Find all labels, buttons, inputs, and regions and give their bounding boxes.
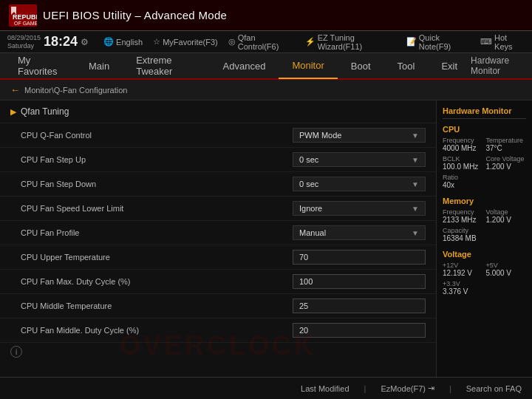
- header: REPUBLIC OF GAMERS UEFI BIOS Utility – A…: [0, 0, 532, 31]
- cpu-upper-temp-label: CPU Upper Temperature: [21, 253, 293, 262]
- cpu-middle-temp-input[interactable]: 25: [293, 299, 426, 313]
- cpu-fan-step-up-dropdown[interactable]: 0 sec ▼: [293, 152, 426, 167]
- datetime-area: 08/29/2015 Saturday 18:24 ⚙: [7, 34, 89, 50]
- topbar-actions: 🌐 English ☆ MyFavorite(F3) ◎ Qfan Contro…: [103, 33, 525, 51]
- tab-main[interactable]: Main: [75, 52, 123, 79]
- hw-memory-title: Memory: [443, 197, 526, 205]
- cpu-fan-max-duty-label: CPU Fan Max. Duty Cycle (%): [21, 277, 293, 286]
- chevron-down-icon: ▼: [412, 132, 419, 140]
- hw-12v-value: 12.192 V: [443, 269, 483, 277]
- cpu-fan-middle-duty-label: CPU Fan Middle. Duty Cycle (%): [21, 326, 293, 335]
- logo-area: REPUBLIC OF GAMERS UEFI BIOS Utility – A…: [9, 4, 227, 27]
- cpu-fan-profile-label: CPU Fan Profile: [21, 228, 293, 237]
- cpu-fan-step-down-dropdown[interactable]: 0 sec ▼: [293, 177, 426, 191]
- list-item: CPU Fan Max. Duty Cycle (%) 100: [0, 270, 436, 294]
- list-item: CPU Fan Middle. Duty Cycle (%) 20: [0, 318, 436, 343]
- cpu-fan-speed-lower-limit-dropdown[interactable]: Ignore ▼: [293, 201, 426, 216]
- hardware-monitor-header: Hardware Monitor: [471, 55, 528, 76]
- date-display: 08/29/2015 Saturday: [7, 34, 41, 50]
- hw-voltage-title: Voltage: [443, 250, 526, 259]
- section-expand-icon: ▶: [10, 107, 16, 117]
- tab-tool[interactable]: Tool: [384, 52, 429, 79]
- hw-cpu-corevolt-label: Core Voltage: [486, 155, 527, 163]
- bios-title: UEFI BIOS Utility – Advanced Mode: [43, 9, 227, 21]
- hw-mem-capacity-label: Capacity: [443, 227, 526, 234]
- hardware-monitor-panel: Hardware Monitor CPU Frequency 4000 MHz …: [436, 100, 532, 377]
- qfan-tuning-section[interactable]: ▶ Qfan Tuning: [0, 100, 436, 123]
- hw-cpu-ratio-label: Ratio: [443, 174, 526, 181]
- cpu-qfan-control-dropdown[interactable]: PWM Mode ▼: [293, 128, 426, 143]
- hw-voltage-grid: +12V 12.192 V +5V 5.000 V +3.3V 3.376 V: [443, 262, 526, 297]
- hw-mem-capacity-value: 16384 MB: [443, 234, 526, 242]
- nav-tabs: My Favorites Main Extreme Tweaker Advanc…: [0, 53, 532, 80]
- tab-monitor[interactable]: Monitor: [279, 52, 337, 79]
- hw-33v-label: +3.3V: [443, 280, 526, 287]
- footer-separator-2: |: [449, 384, 451, 393]
- tab-extreme-tweaker[interactable]: Extreme Tweaker: [123, 52, 209, 79]
- hw-mem-freq-value: 2133 MHz: [443, 216, 483, 224]
- list-item: CPU Fan Speed Lower Limit Ignore ▼: [0, 197, 436, 221]
- list-item: CPU Fan Step Down 0 sec ▼: [0, 172, 436, 197]
- cpu-fan-profile-dropdown[interactable]: Manual ▼: [293, 225, 426, 240]
- list-item: CPU Middle Temperature 25: [0, 294, 436, 318]
- globe-icon: 🌐: [103, 37, 114, 47]
- time-display: 18:24: [44, 34, 78, 50]
- hot-keys-btn[interactable]: ⌨ Hot Keys: [480, 33, 525, 51]
- hw-mem-freq-label: Frequency: [443, 208, 483, 216]
- topbar: 08/29/2015 Saturday 18:24 ⚙ 🌐 English ☆ …: [0, 31, 532, 53]
- cpu-fan-max-duty-input[interactable]: 100: [293, 274, 426, 289]
- left-panel: ▶ Qfan Tuning CPU Q-Fan Control PWM Mode…: [0, 100, 436, 377]
- hw-33v-value: 3.376 V: [443, 287, 526, 296]
- cpu-fan-step-up-label: CPU Fan Step Up: [21, 155, 293, 164]
- ez-mode-button[interactable]: EzMode(F7) ⇥: [381, 383, 434, 393]
- footer: Last Modified | EzMode(F7) ⇥ | Search on…: [0, 377, 532, 399]
- hw-memory-grid: Frequency 2133 MHz Voltage 1.200 V Capac…: [443, 208, 526, 244]
- footer-separator-1: |: [364, 384, 366, 393]
- hw-cpu-title: CPU: [443, 125, 526, 134]
- search-faq-button[interactable]: Search on FAQ: [466, 384, 522, 393]
- cpu-fan-middle-duty-input[interactable]: 20: [293, 323, 426, 338]
- language-btn[interactable]: 🌐 English: [103, 33, 143, 51]
- tab-boot[interactable]: Boot: [338, 52, 384, 79]
- cpu-fan-step-down-label: CPU Fan Step Down: [21, 180, 293, 188]
- list-item: CPU Upper Temperature 70: [0, 245, 436, 270]
- hw-cpu-bclk-label: BCLK: [443, 155, 483, 163]
- chevron-down-icon: ▼: [412, 156, 419, 164]
- tab-exit[interactable]: Exit: [428, 52, 471, 79]
- quick-note-btn[interactable]: 📝 Quick Note(F9): [406, 33, 470, 51]
- fan-icon: ◎: [228, 37, 236, 47]
- cpu-fan-speed-lower-limit-label: CPU Fan Speed Lower Limit: [21, 204, 293, 213]
- list-item: CPU Fan Profile Manual ▼: [0, 221, 436, 245]
- hw-cpu-freq-value: 4000 MHz: [443, 144, 483, 152]
- hw-mem-voltage-label: Voltage: [486, 208, 527, 216]
- cpu-qfan-control-label: CPU Q-Fan Control: [21, 131, 293, 140]
- hw-cpu-grid: Frequency 4000 MHz Temperature 37°C BCLK…: [443, 137, 526, 191]
- hw-cpu-freq-label: Frequency: [443, 137, 483, 144]
- rog-logo-icon: REPUBLIC OF GAMERS: [9, 4, 37, 27]
- chevron-down-icon: ▼: [412, 205, 419, 213]
- tab-my-favorites[interactable]: My Favorites: [4, 52, 75, 79]
- chevron-down-icon: ▼: [412, 180, 419, 188]
- ez-mode-icon: ⇥: [428, 383, 434, 393]
- hardware-monitor-title: Hardware Monitor: [443, 106, 526, 119]
- list-item: CPU Fan Step Up 0 sec ▼: [0, 148, 436, 172]
- hw-cpu-corevolt-value: 1.200 V: [486, 163, 527, 171]
- tab-advanced[interactable]: Advanced: [210, 52, 279, 79]
- chevron-down-icon: ▼: [412, 229, 419, 237]
- main-layout: ▶ Qfan Tuning CPU Q-Fan Control PWM Mode…: [0, 100, 532, 377]
- info-icon[interactable]: i: [10, 346, 22, 358]
- ez-tuning-btn[interactable]: ⚡ EZ Tuning Wizard(F11): [305, 33, 396, 51]
- hw-cpu-bclk-value: 100.0 MHz: [443, 163, 483, 171]
- tuning-icon: ⚡: [305, 37, 316, 47]
- hw-mem-voltage-value: 1.200 V: [486, 216, 527, 224]
- last-modified-label: Last Modified: [301, 384, 349, 393]
- time-settings-icon[interactable]: ⚙: [81, 37, 89, 47]
- hw-cpu-temp-value: 37°C: [486, 144, 527, 152]
- hw-5v-value: 5.000 V: [486, 269, 527, 277]
- list-item: CPU Q-Fan Control PWM Mode ▼: [0, 123, 436, 148]
- back-arrow-icon[interactable]: ←: [10, 84, 20, 95]
- qfan-btn[interactable]: ◎ Qfan Control(F6): [228, 33, 295, 51]
- cpu-upper-temp-input[interactable]: 70: [293, 250, 426, 265]
- favorite-icon: ☆: [153, 37, 160, 47]
- my-favorite-btn[interactable]: ☆ MyFavorite(F3): [153, 33, 218, 51]
